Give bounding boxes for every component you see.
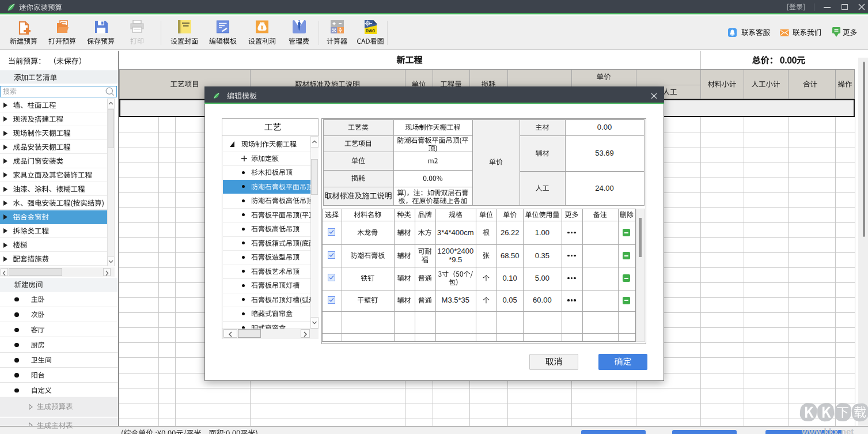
svg-text:DWG: DWG [366, 29, 375, 33]
